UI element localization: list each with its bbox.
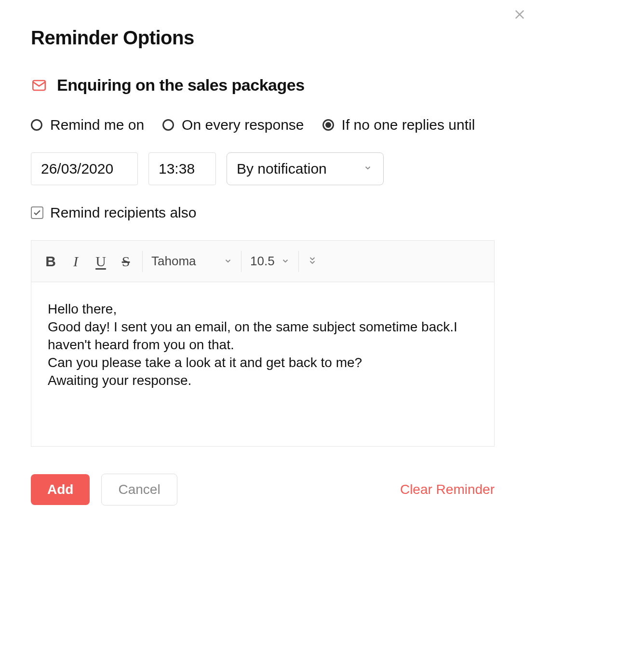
- radio-label: If no one replies until: [342, 117, 475, 133]
- remind-recipients-checkbox[interactable]: Remind recipients also: [31, 205, 513, 221]
- strikethrough-button[interactable]: S: [113, 249, 138, 274]
- radio-icon: [31, 119, 42, 131]
- modal-title: Reminder Options: [31, 27, 513, 49]
- radio-if-no-one-replies-until[interactable]: If no one replies until: [322, 117, 475, 133]
- radio-label: Remind me on: [50, 117, 144, 133]
- radio-icon: [322, 119, 334, 131]
- chevron-down-icon: [281, 254, 290, 269]
- font-family-value: Tahoma: [151, 254, 219, 269]
- radio-on-every-response[interactable]: On every response: [162, 117, 304, 133]
- toolbar-separator: [298, 251, 299, 272]
- bold-button[interactable]: B: [38, 249, 63, 274]
- italic-button[interactable]: I: [63, 249, 88, 274]
- select-value: By notification: [227, 152, 384, 185]
- add-button[interactable]: Add: [31, 474, 90, 505]
- subject-row: Enquiring on the sales packages: [31, 76, 513, 95]
- font-family-select[interactable]: Tahoma: [147, 254, 237, 269]
- subject-text: Enquiring on the sales packages: [57, 76, 305, 95]
- font-size-select[interactable]: 10.5: [245, 254, 295, 269]
- close-icon: [513, 8, 526, 21]
- toolbar-separator: [241, 251, 242, 272]
- chevron-down-icon: [224, 254, 232, 269]
- font-size-value: 10.5: [250, 254, 276, 269]
- cancel-button[interactable]: Cancel: [101, 474, 177, 506]
- radio-remind-me-on[interactable]: Remind me on: [31, 117, 144, 133]
- underline-button[interactable]: U: [88, 249, 113, 274]
- radio-icon: [162, 119, 174, 131]
- checkbox-label: Remind recipients also: [50, 205, 196, 221]
- toolbar-separator: [142, 251, 143, 272]
- date-input[interactable]: [31, 152, 138, 185]
- close-button[interactable]: [510, 5, 529, 24]
- message-editor: B I U S Tahoma 10.5: [31, 240, 495, 447]
- reminder-type-radios: Remind me on On every response If no one…: [31, 117, 513, 133]
- modal-footer: Add Cancel Clear Reminder: [31, 474, 495, 506]
- reminder-options-modal: Reminder Options Enquiring on the sales …: [31, 27, 513, 506]
- time-input[interactable]: [148, 152, 216, 185]
- datetime-row: By notification: [31, 152, 513, 185]
- clear-reminder-link[interactable]: Clear Reminder: [400, 482, 495, 497]
- toolbar-more-button[interactable]: [303, 255, 322, 268]
- mail-icon: [31, 77, 47, 94]
- double-chevron-down-icon: [308, 255, 317, 268]
- notification-method-select[interactable]: By notification: [227, 152, 384, 185]
- editor-toolbar: B I U S Tahoma 10.5: [31, 241, 494, 282]
- radio-label: On every response: [182, 117, 304, 133]
- message-body-textarea[interactable]: Hello there, Good day! I sent you an ema…: [31, 282, 494, 446]
- checkbox-icon: [31, 206, 43, 219]
